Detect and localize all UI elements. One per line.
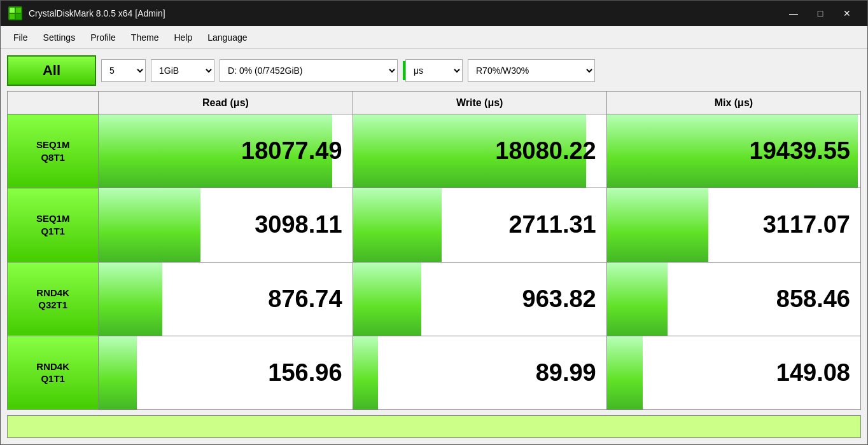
header-label-col <box>8 92 99 114</box>
row-label-2: RND4KQ32T1 <box>8 262 99 336</box>
bar-mix-1 <box>607 188 708 261</box>
svg-rect-3 <box>10 14 15 19</box>
bottom-area <box>7 415 861 438</box>
row-label-0: SEQ1MQ8T1 <box>8 114 99 188</box>
bar-read-2 <box>99 263 162 336</box>
menu-settings[interactable]: Settings <box>36 30 83 45</box>
app-icon <box>8 6 22 20</box>
bar-write-2 <box>353 263 422 336</box>
close-button[interactable]: ✕ <box>834 4 860 23</box>
unit-select[interactable]: μs MB/s GB/s IOPS <box>405 59 463 82</box>
result-mix-0: 19439.55 <box>606 114 860 188</box>
value-mix-2: 858.46 <box>776 285 850 313</box>
value-read-1: 3098.11 <box>255 211 342 238</box>
table-row: SEQ1MQ8T1 18077.49 18080.22 19439.55 <box>8 114 861 188</box>
result-write-0: 18080.22 <box>353 114 606 188</box>
table-row: SEQ1MQ1T1 3098.11 2711.31 3117.07 <box>8 188 861 262</box>
bar-write-1 <box>353 188 442 261</box>
row-label-3: RND4KQ1T1 <box>8 336 99 409</box>
value-write-1: 2711.31 <box>508 211 596 238</box>
header-write: Write (μs) <box>353 92 606 114</box>
value-mix-1: 3117.07 <box>763 211 850 238</box>
result-write-3: 89.99 <box>353 336 606 409</box>
titlebar: CrystalDiskMark 8.0.5 x64 [Admin] — □ ✕ <box>1 1 867 26</box>
svg-rect-1 <box>10 8 15 13</box>
menubar: File Settings Profile Theme Help Languag… <box>1 26 867 49</box>
table-header-row: Read (μs) Write (μs) Mix (μs) <box>8 92 861 114</box>
result-write-2: 963.82 <box>353 262 606 336</box>
menu-language[interactable]: Language <box>200 30 255 45</box>
result-read-2: 876.74 <box>99 262 353 336</box>
value-write-3: 89.99 <box>536 359 596 387</box>
value-mix-3: 149.08 <box>776 359 850 387</box>
result-read-1: 3098.11 <box>99 188 353 262</box>
runs-select[interactable]: 5 1 3 9 13 <box>101 59 146 82</box>
bar-write-3 <box>353 336 379 409</box>
window-title: CrystalDiskMark 8.0.5 x64 [Admin] <box>29 8 781 18</box>
drive-select[interactable]: D: 0% (0/7452GiB) <box>220 59 398 82</box>
result-mix-1: 3117.07 <box>606 188 860 262</box>
table-row: RND4KQ1T1 156.96 89.99 149.08 <box>8 336 861 409</box>
svg-rect-2 <box>16 8 21 13</box>
menu-theme[interactable]: Theme <box>123 30 167 45</box>
profile-select[interactable]: R70%/W30% Default Peak Performance Real … <box>468 59 595 82</box>
value-read-0: 18077.49 <box>241 137 342 165</box>
value-write-2: 963.82 <box>522 285 596 313</box>
value-read-2: 876.74 <box>268 285 342 313</box>
all-button[interactable]: All <box>7 55 96 86</box>
size-select[interactable]: 1GiB 16MiB 64MiB 256MiB 512MiB 2GiB 4GiB <box>151 59 214 82</box>
minimize-button[interactable]: — <box>781 4 806 23</box>
menu-file[interactable]: File <box>6 30 36 45</box>
main-content: All 5 1 3 9 13 1GiB 16MiB 64MiB 256MiB 5… <box>1 49 867 444</box>
result-read-3: 156.96 <box>99 336 353 409</box>
result-read-0: 18077.49 <box>99 114 353 188</box>
value-read-3: 156.96 <box>268 359 342 387</box>
svg-rect-4 <box>16 14 21 19</box>
main-window: CrystalDiskMark 8.0.5 x64 [Admin] — □ ✕ … <box>0 0 868 445</box>
value-write-0: 18080.22 <box>495 137 596 165</box>
result-mix-2: 858.46 <box>606 262 860 336</box>
toolbar: All 5 1 3 9 13 1GiB 16MiB 64MiB 256MiB 5… <box>7 55 861 86</box>
bar-read-3 <box>99 336 137 409</box>
row-label-1: SEQ1MQ1T1 <box>8 188 99 262</box>
value-mix-0: 19439.55 <box>750 137 851 165</box>
bar-mix-2 <box>607 263 668 336</box>
table-row: RND4KQ32T1 876.74 963.82 858.46 <box>8 262 861 336</box>
results-table: Read (μs) Write (μs) Mix (μs) SEQ1MQ8T1 … <box>7 91 861 410</box>
header-read: Read (μs) <box>99 92 353 114</box>
menu-profile[interactable]: Profile <box>83 30 123 45</box>
header-mix: Mix (μs) <box>606 92 860 114</box>
bar-read-1 <box>99 188 200 261</box>
result-write-1: 2711.31 <box>353 188 606 262</box>
maximize-button[interactable]: □ <box>808 4 833 23</box>
menu-help[interactable]: Help <box>166 30 200 45</box>
bar-mix-3 <box>607 336 643 409</box>
result-mix-3: 149.08 <box>606 336 860 409</box>
window-controls: — □ ✕ <box>781 4 860 23</box>
